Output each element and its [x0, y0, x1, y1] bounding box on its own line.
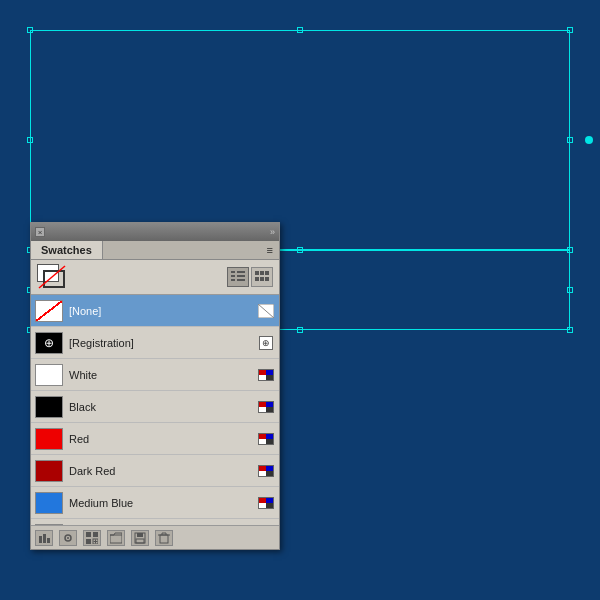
anchor2-br[interactable]	[567, 327, 573, 333]
swatch-label-none: [None]	[69, 305, 257, 317]
svg-line-0	[39, 266, 65, 288]
panel-tab-row: Swatches ≡	[31, 241, 279, 260]
anchor2-tr[interactable]	[567, 247, 573, 253]
swatch-type-black	[257, 400, 275, 414]
anchor-tm[interactable]	[297, 27, 303, 33]
svg-rect-29	[160, 535, 168, 543]
grid-view-icon	[255, 271, 269, 283]
save-icon	[134, 532, 146, 544]
anchor-mr[interactable]	[567, 137, 573, 143]
swatch-label-dark-red: Dark Red	[69, 465, 257, 477]
svg-rect-6	[237, 279, 245, 281]
settings-icon	[62, 532, 74, 544]
cmyk-q3	[259, 375, 266, 380]
swatch-label-registration: [Registration]	[69, 337, 257, 349]
swatch-item-none[interactable]: [None]	[31, 295, 279, 327]
panel-menu-button[interactable]: ≡	[261, 242, 279, 258]
swatch-item-dark-blue[interactable]: Dark Blue	[31, 519, 279, 525]
swatch-color-white	[35, 364, 63, 386]
swatch-color-dark-red	[35, 460, 63, 482]
cmyk-q3	[259, 503, 266, 508]
cmyk-q4	[266, 439, 273, 444]
swatch-item-medium-blue[interactable]: Medium Blue	[31, 487, 279, 519]
delete-swatch-button[interactable]	[155, 530, 173, 546]
svg-rect-7	[255, 271, 259, 275]
cmyk-q4	[266, 471, 273, 476]
swatch-list[interactable]: [None] ⊕ [Registration] ⊕	[31, 295, 279, 525]
svg-rect-27	[137, 533, 143, 537]
panel-close-button[interactable]: ×	[35, 227, 45, 237]
registration-symbol: ⊕	[44, 337, 54, 349]
panel-collapse-button[interactable]: »	[270, 227, 275, 237]
swatch-label-red: Red	[69, 433, 257, 445]
none-type-icon	[258, 304, 274, 318]
svg-rect-2	[237, 271, 245, 273]
swatch-color-red	[35, 428, 63, 450]
cmyk-q3	[259, 407, 266, 412]
swatch-label-black: Black	[69, 401, 257, 413]
none-slash-icon	[37, 264, 67, 290]
view-buttons	[227, 267, 273, 287]
svg-rect-21	[93, 532, 98, 537]
svg-rect-8	[260, 271, 264, 275]
list-view-button[interactable]	[227, 267, 249, 287]
cmyk-q3	[259, 471, 266, 476]
swatch-color-medium-blue	[35, 492, 63, 514]
color-indicator[interactable]	[37, 264, 67, 290]
anchor2-mr[interactable]	[567, 287, 573, 293]
svg-rect-17	[47, 538, 50, 543]
svg-rect-20	[86, 532, 91, 537]
new-swatch-button[interactable]	[83, 530, 101, 546]
svg-rect-3	[231, 275, 235, 277]
svg-rect-15	[39, 536, 42, 543]
swatch-item-registration[interactable]: ⊕ [Registration] ⊕	[31, 327, 279, 359]
svg-rect-12	[265, 277, 269, 281]
save-swatches-button[interactable]	[131, 530, 149, 546]
swatch-type-red	[257, 432, 275, 446]
anchor2-tm[interactable]	[297, 247, 303, 253]
svg-rect-5	[231, 279, 235, 281]
swatch-list-container: [None] ⊕ [Registration] ⊕	[31, 295, 279, 525]
cmyk-icon-dark-red	[258, 465, 274, 477]
swatch-color-dark-blue	[35, 524, 63, 526]
svg-point-19	[67, 537, 69, 539]
grid-view-button[interactable]	[251, 267, 273, 287]
svg-rect-10	[255, 277, 259, 281]
chart-icon	[38, 532, 50, 544]
swatch-item-dark-red[interactable]: Dark Red	[31, 455, 279, 487]
cmyk-q3	[259, 439, 266, 444]
anchor-tl[interactable]	[27, 27, 33, 33]
registration-type-icon: ⊕	[259, 336, 273, 350]
panel-bottom-bar	[31, 525, 279, 549]
swatch-type-none	[257, 304, 275, 318]
panel-toolbar	[31, 260, 279, 295]
swatch-item-black[interactable]: Black	[31, 391, 279, 423]
svg-rect-22	[86, 539, 91, 544]
cmyk-icon-medium-blue	[258, 497, 274, 509]
load-swatches-button[interactable]	[107, 530, 125, 546]
swatch-item-white[interactable]: White	[31, 359, 279, 391]
swatch-options-button[interactable]	[59, 530, 77, 546]
anchor2-bm[interactable]	[297, 327, 303, 333]
swatch-item-red[interactable]: Red	[31, 423, 279, 455]
swatch-type-medium-blue	[257, 496, 275, 510]
trash-icon	[158, 532, 170, 544]
swatch-label-medium-blue: Medium Blue	[69, 497, 257, 509]
swatches-tab[interactable]: Swatches	[31, 241, 103, 259]
cmyk-icon-red	[258, 433, 274, 445]
new-color-group-button[interactable]	[35, 530, 53, 546]
anchor-ml[interactable]	[27, 137, 33, 143]
titlebar-left: ×	[35, 227, 45, 237]
svg-rect-1	[231, 271, 235, 273]
svg-rect-4	[237, 275, 245, 277]
cmyk-q4	[266, 407, 273, 412]
anchor-tr[interactable]	[567, 27, 573, 33]
cmyk-q4	[266, 375, 273, 380]
swatch-type-dark-red	[257, 464, 275, 478]
cmyk-q4	[266, 503, 273, 508]
cmyk-icon-black	[258, 401, 274, 413]
grid-add-icon	[86, 532, 98, 544]
swatch-color-none	[35, 300, 63, 322]
svg-rect-11	[260, 277, 264, 281]
svg-rect-28	[136, 539, 144, 543]
